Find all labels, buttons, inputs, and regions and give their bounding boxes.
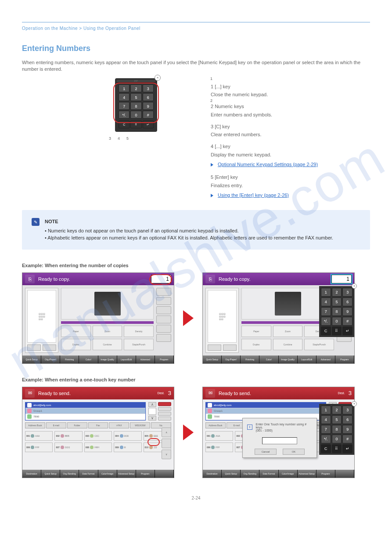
- numeric-keypad-overlay[interactable]: × 123 456 789 */.0# C⠿↵: [319, 286, 354, 337]
- scroll-up[interactable]: ∧: [148, 402, 156, 407]
- mk-1[interactable]: 1: [321, 406, 331, 414]
- dlg-input[interactable]: [262, 437, 297, 444]
- shortcut-5[interactable]: Combine: [273, 339, 303, 350]
- direct-btn[interactable]: [158, 407, 171, 411]
- mk-5[interactable]: 5: [332, 297, 342, 306]
- addr-tab-1[interactable]: Address Book: [205, 422, 226, 428]
- mk-5[interactable]: 5: [332, 415, 342, 424]
- preview-btn-1[interactable]: [208, 345, 221, 351]
- addr-tab-4[interactable]: Fax: [88, 422, 108, 428]
- ot-2[interactable]: 002BBB: [54, 431, 82, 441]
- dest-row-3[interactable]: 7890: [214, 415, 219, 418]
- ot-1[interactable]: 001AAA: [25, 431, 53, 441]
- tab-8[interactable]: Program: [335, 355, 354, 363]
- mk-0[interactable]: 0: [332, 435, 342, 443]
- ot-6[interactable]: 006FFF: [25, 443, 53, 452]
- mk-hash[interactable]: #: [342, 317, 352, 326]
- tab-1[interactable]: Quick Setup: [203, 355, 222, 363]
- mk-star[interactable]: */.: [321, 317, 331, 326]
- tab-4[interactable]: Color/: [259, 355, 278, 363]
- mk-6[interactable]: 6: [342, 415, 352, 424]
- mk-c[interactable]: C: [321, 444, 331, 453]
- dest-row-3[interactable]: 7890: [33, 415, 39, 418]
- dest-row-1[interactable]: abcd@efg.com: [33, 404, 51, 406]
- mk-3[interactable]: 3: [342, 288, 352, 297]
- mk-9[interactable]: 9: [342, 425, 352, 434]
- preview-btn-2[interactable]: [223, 345, 237, 351]
- dlg-cancel[interactable]: Cancel: [255, 449, 277, 455]
- legend-4-link[interactable]: Optional Numeric Keypad Settings (page 2…: [218, 162, 318, 167]
- legend-5-link[interactable]: Using the [Enter] key (page 2-26): [218, 192, 289, 198]
- stab-2[interactable]: Quick Setup: [222, 470, 241, 478]
- mk-7[interactable]: 7: [321, 307, 331, 316]
- ot-6[interactable]: 006FFF: [205, 443, 233, 452]
- mk-7[interactable]: 7: [321, 425, 331, 434]
- keypad-close-icon[interactable]: ×: [352, 401, 357, 406]
- mk-0[interactable]: 0: [332, 317, 342, 326]
- tab-7[interactable]: Advanced: [136, 355, 155, 363]
- stab-3[interactable]: Org./Sending: [60, 470, 79, 478]
- dest-row-1[interactable]: abcd@efg.com: [214, 404, 231, 406]
- chain-btn[interactable]: [158, 412, 171, 416]
- scroll-down[interactable]: ∨: [148, 416, 156, 421]
- stab-5[interactable]: Color/Image: [279, 470, 298, 478]
- ot-1[interactable]: 001AAA: [205, 431, 233, 441]
- page-up[interactable]: ∧: [162, 428, 171, 437]
- tab-4[interactable]: Color/: [79, 355, 98, 363]
- tab-7[interactable]: Advanced: [316, 355, 335, 363]
- ot-4[interactable]: 004DDD: [114, 431, 141, 441]
- tab-1[interactable]: Quick Setup: [22, 355, 41, 363]
- side-btn-3[interactable]: [156, 306, 171, 314]
- stab-6[interactable]: Advanced Setup: [117, 470, 136, 478]
- stab-4[interactable]: Data Format: [259, 470, 278, 478]
- shortcut-6[interactable]: Staple/Punch: [304, 339, 334, 350]
- addr-tab-6[interactable]: WSD/DSM: [130, 422, 150, 428]
- stab-5[interactable]: Color/Image: [98, 470, 117, 478]
- mk-9[interactable]: 9: [342, 307, 352, 316]
- stab-3[interactable]: Org./Sending: [241, 470, 259, 478]
- tab-5[interactable]: Image Quality: [98, 355, 117, 363]
- shortcut-5[interactable]: Combine: [93, 339, 122, 350]
- mk-star[interactable]: */.: [321, 435, 331, 443]
- tab-3[interactable]: Finishing: [60, 355, 79, 363]
- shortcut-2[interactable]: Zoom: [93, 326, 122, 337]
- stab-8[interactable]: [335, 470, 354, 478]
- copy-count-box-active[interactable]: 1: [331, 275, 352, 283]
- stab-1[interactable]: Destination: [203, 470, 222, 478]
- keypad-close-icon[interactable]: ×: [352, 283, 357, 289]
- shortcut-3[interactable]: Density: [124, 326, 154, 337]
- tab-8[interactable]: Program: [155, 355, 174, 363]
- shortcut-1[interactable]: Paper: [241, 326, 271, 337]
- mk-4[interactable]: 4: [321, 297, 331, 306]
- stab-6[interactable]: Advanced Setup: [298, 470, 316, 478]
- shortcut-6[interactable]: Staple/Punch: [124, 339, 154, 350]
- mk-grid[interactable]: ⠿: [332, 444, 342, 453]
- tab-3[interactable]: Finishing: [241, 355, 259, 363]
- side-btn-2[interactable]: [156, 297, 171, 305]
- ot-8[interactable]: 008HHH: [84, 443, 112, 452]
- side-btn-4[interactable]: [156, 316, 171, 323]
- mk-grid[interactable]: ⠿: [332, 326, 342, 335]
- tab-6[interactable]: Layout/Edit: [117, 355, 136, 363]
- preview-btn-1[interactable]: [27, 345, 41, 351]
- addr-tab-1[interactable]: Address Book: [25, 422, 45, 428]
- shortcut-1[interactable]: Paper: [61, 326, 91, 337]
- side-btn-5[interactable]: [156, 325, 171, 333]
- copy-count-box[interactable]: 1: [151, 275, 171, 283]
- dest-row-2[interactable]: Group1: [33, 410, 42, 412]
- shortcut-4[interactable]: Duplex: [61, 339, 91, 350]
- tab-2[interactable]: Org./Paper/: [222, 355, 241, 363]
- onhook-btn[interactable]: [158, 402, 171, 406]
- addr-tab-2[interactable]: E-mail: [46, 422, 66, 428]
- mk-c[interactable]: C: [321, 326, 331, 335]
- mk-3[interactable]: 3: [342, 406, 352, 414]
- shortcut-4[interactable]: Duplex: [241, 339, 271, 350]
- dest-row-2[interactable]: Group1: [214, 410, 223, 412]
- preview-btn-2[interactable]: [43, 345, 56, 351]
- side-btn-6[interactable]: [156, 334, 171, 342]
- page-down[interactable]: ∨: [162, 450, 171, 459]
- shortcut-2[interactable]: Zoom: [273, 326, 303, 337]
- ot-7[interactable]: 007GGG: [54, 443, 82, 452]
- stab-8[interactable]: [155, 470, 174, 478]
- addr-tab-5[interactable]: i-FAX: [109, 422, 129, 428]
